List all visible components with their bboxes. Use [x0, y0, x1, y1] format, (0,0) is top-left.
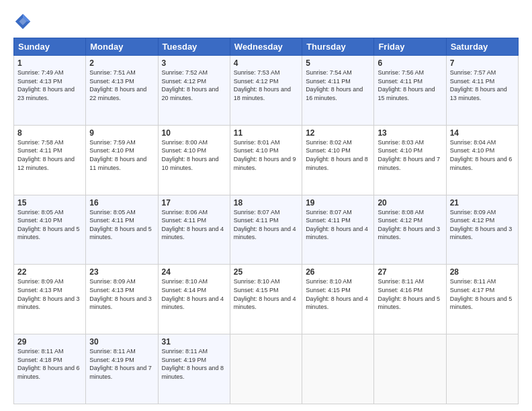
cell-info: Sunrise: 7:58 AMSunset: 4:11 PMDaylight:…: [17, 139, 75, 171]
cell-info: Sunrise: 7:52 AMSunset: 4:12 PMDaylight:…: [162, 69, 219, 101]
calendar-cell: 17 Sunrise: 8:06 AMSunset: 4:11 PMDaylig…: [158, 195, 230, 265]
day-number: 3: [162, 58, 226, 68]
day-number: 15: [17, 198, 82, 208]
cell-info: Sunrise: 7:59 AMSunset: 4:10 PMDaylight:…: [89, 139, 146, 171]
day-number: 24: [162, 267, 226, 277]
day-number: 19: [306, 198, 370, 208]
cell-info: Sunrise: 7:51 AMSunset: 4:13 PMDaylight:…: [89, 69, 146, 101]
calendar: SundayMondayTuesdayWednesdayThursdayFrid…: [13, 38, 519, 404]
day-number: 17: [162, 198, 226, 208]
calendar-cell: [374, 334, 446, 404]
day-number: 14: [450, 128, 515, 138]
calendar-cell: 7 Sunrise: 7:57 AMSunset: 4:11 PMDayligh…: [446, 56, 518, 126]
calendar-header-friday: Friday: [374, 38, 446, 56]
cell-info: Sunrise: 8:00 AMSunset: 4:10 PMDaylight:…: [162, 139, 219, 171]
calendar-cell: 18 Sunrise: 8:07 AMSunset: 4:11 PMDaylig…: [230, 195, 302, 265]
cell-info: Sunrise: 7:54 AMSunset: 4:11 PMDaylight:…: [306, 69, 363, 101]
day-number: 20: [378, 198, 442, 208]
cell-info: Sunrise: 8:11 AMSunset: 4:17 PMDaylight:…: [450, 278, 513, 310]
day-number: 30: [89, 337, 154, 347]
calendar-cell: 28 Sunrise: 8:11 AMSunset: 4:17 PMDaylig…: [446, 265, 518, 334]
calendar-week-2: 8 Sunrise: 7:58 AMSunset: 4:11 PMDayligh…: [14, 125, 519, 195]
calendar-cell: 30 Sunrise: 8:11 AMSunset: 4:19 PMDaylig…: [86, 334, 158, 404]
day-number: 11: [234, 128, 298, 138]
day-number: 9: [89, 128, 154, 138]
header: [13, 12, 519, 31]
day-number: 27: [378, 267, 442, 277]
calendar-cell: 29 Sunrise: 8:11 AMSunset: 4:18 PMDaylig…: [14, 334, 86, 404]
calendar-cell: 23 Sunrise: 8:09 AMSunset: 4:13 PMDaylig…: [86, 265, 158, 334]
calendar-cell: 3 Sunrise: 7:52 AMSunset: 4:12 PMDayligh…: [158, 56, 230, 126]
cell-info: Sunrise: 8:11 AMSunset: 4:19 PMDaylight:…: [89, 348, 152, 380]
day-number: 21: [450, 198, 515, 208]
day-number: 12: [306, 128, 370, 138]
day-number: 1: [17, 58, 82, 68]
cell-info: Sunrise: 7:56 AMSunset: 4:11 PMDaylight:…: [378, 69, 435, 101]
cell-info: Sunrise: 8:10 AMSunset: 4:15 PMDaylight:…: [234, 278, 296, 310]
calendar-cell: 8 Sunrise: 7:58 AMSunset: 4:11 PMDayligh…: [14, 125, 86, 195]
calendar-cell: 21 Sunrise: 8:09 AMSunset: 4:12 PMDaylig…: [446, 195, 518, 265]
calendar-cell: [302, 334, 374, 404]
calendar-cell: 19 Sunrise: 8:07 AMSunset: 4:11 PMDaylig…: [302, 195, 374, 265]
logo: [13, 12, 35, 31]
calendar-header-saturday: Saturday: [446, 38, 518, 56]
calendar-cell: 25 Sunrise: 8:10 AMSunset: 4:15 PMDaylig…: [230, 265, 302, 334]
calendar-cell: 26 Sunrise: 8:10 AMSunset: 4:15 PMDaylig…: [302, 265, 374, 334]
cell-info: Sunrise: 8:10 AMSunset: 4:14 PMDaylight:…: [162, 278, 224, 310]
calendar-cell: 16 Sunrise: 8:05 AMSunset: 4:11 PMDaylig…: [86, 195, 158, 265]
calendar-header-wednesday: Wednesday: [230, 38, 302, 56]
cell-info: Sunrise: 7:57 AMSunset: 4:11 PMDaylight:…: [450, 69, 507, 101]
day-number: 2: [89, 58, 154, 68]
calendar-week-1: 1 Sunrise: 7:49 AMSunset: 4:13 PMDayligh…: [14, 56, 519, 126]
cell-info: Sunrise: 8:09 AMSunset: 4:13 PMDaylight:…: [89, 278, 152, 310]
day-number: 29: [17, 337, 82, 347]
day-number: 23: [89, 267, 154, 277]
day-number: 22: [17, 267, 82, 277]
day-number: 25: [234, 267, 298, 277]
day-number: 5: [306, 58, 370, 68]
cell-info: Sunrise: 8:08 AMSunset: 4:12 PMDaylight:…: [378, 209, 440, 241]
calendar-week-4: 22 Sunrise: 8:09 AMSunset: 4:13 PMDaylig…: [14, 265, 519, 334]
cell-info: Sunrise: 8:11 AMSunset: 4:18 PMDaylight:…: [17, 348, 80, 380]
calendar-cell: 5 Sunrise: 7:54 AMSunset: 4:11 PMDayligh…: [302, 56, 374, 126]
day-number: 18: [234, 198, 298, 208]
cell-info: Sunrise: 8:10 AMSunset: 4:15 PMDaylight:…: [306, 278, 368, 310]
cell-info: Sunrise: 8:03 AMSunset: 4:10 PMDaylight:…: [378, 139, 440, 171]
day-number: 8: [17, 128, 82, 138]
day-number: 16: [89, 198, 154, 208]
day-number: 6: [378, 58, 442, 68]
calendar-cell: 31 Sunrise: 8:11 AMSunset: 4:19 PMDaylig…: [158, 334, 230, 404]
day-number: 31: [162, 337, 226, 347]
day-number: 28: [450, 267, 515, 277]
cell-info: Sunrise: 8:05 AMSunset: 4:10 PMDaylight:…: [17, 209, 80, 241]
logo-icon: [13, 12, 32, 31]
cell-info: Sunrise: 8:07 AMSunset: 4:11 PMDaylight:…: [234, 209, 296, 241]
cell-info: Sunrise: 8:06 AMSunset: 4:11 PMDaylight:…: [162, 209, 224, 241]
cell-info: Sunrise: 8:04 AMSunset: 4:10 PMDaylight:…: [450, 139, 513, 171]
day-number: 4: [234, 58, 298, 68]
cell-info: Sunrise: 8:02 AMSunset: 4:10 PMDaylight:…: [306, 139, 368, 171]
calendar-cell: 14 Sunrise: 8:04 AMSunset: 4:10 PMDaylig…: [446, 125, 518, 195]
cell-info: Sunrise: 8:01 AMSunset: 4:10 PMDaylight:…: [234, 139, 296, 171]
calendar-header-sunday: Sunday: [14, 38, 86, 56]
cell-info: Sunrise: 8:11 AMSunset: 4:19 PMDaylight:…: [162, 348, 224, 380]
cell-info: Sunrise: 8:11 AMSunset: 4:16 PMDaylight:…: [378, 278, 440, 310]
cell-info: Sunrise: 8:05 AMSunset: 4:11 PMDaylight:…: [89, 209, 152, 241]
calendar-header-thursday: Thursday: [302, 38, 374, 56]
cell-info: Sunrise: 7:53 AMSunset: 4:12 PMDaylight:…: [234, 69, 291, 101]
cell-info: Sunrise: 7:49 AMSunset: 4:13 PMDaylight:…: [17, 69, 75, 101]
calendar-header-monday: Monday: [86, 38, 158, 56]
calendar-cell: 13 Sunrise: 8:03 AMSunset: 4:10 PMDaylig…: [374, 125, 446, 195]
calendar-header-tuesday: Tuesday: [158, 38, 230, 56]
cell-info: Sunrise: 8:09 AMSunset: 4:13 PMDaylight:…: [17, 278, 80, 310]
calendar-cell: 9 Sunrise: 7:59 AMSunset: 4:10 PMDayligh…: [86, 125, 158, 195]
day-number: 13: [378, 128, 442, 138]
calendar-cell: 15 Sunrise: 8:05 AMSunset: 4:10 PMDaylig…: [14, 195, 86, 265]
calendar-cell: 10 Sunrise: 8:00 AMSunset: 4:10 PMDaylig…: [158, 125, 230, 195]
calendar-cell: 6 Sunrise: 7:56 AMSunset: 4:11 PMDayligh…: [374, 56, 446, 126]
calendar-cell: [230, 334, 302, 404]
calendar-week-3: 15 Sunrise: 8:05 AMSunset: 4:10 PMDaylig…: [14, 195, 519, 265]
calendar-cell: 20 Sunrise: 8:08 AMSunset: 4:12 PMDaylig…: [374, 195, 446, 265]
calendar-cell: 27 Sunrise: 8:11 AMSunset: 4:16 PMDaylig…: [374, 265, 446, 334]
calendar-cell: 22 Sunrise: 8:09 AMSunset: 4:13 PMDaylig…: [14, 265, 86, 334]
